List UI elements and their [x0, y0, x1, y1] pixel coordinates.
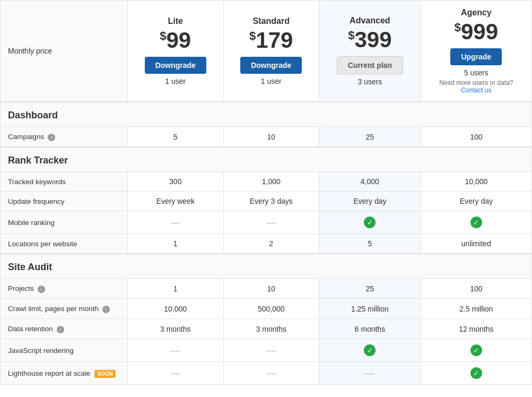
projects-lite: 1	[128, 279, 224, 299]
tracked-keywords-standard: 1,000	[223, 172, 319, 192]
js-rendering-standard: —	[223, 339, 319, 362]
agency-plan-name: Agency	[429, 8, 524, 18]
update-frequency-agency: Every day	[421, 192, 531, 211]
lighthouse-lite: —	[128, 362, 224, 385]
tracked-keywords-agency: 10,000	[421, 172, 531, 192]
crawl-limit-standard: 500,000	[223, 299, 319, 319]
update-frequency-advanced: Every day	[319, 192, 421, 211]
standard-action-button[interactable]: Downgrade	[240, 57, 302, 74]
standard-users: 1 user	[231, 77, 312, 85]
lighthouse-agency: ✓	[421, 362, 531, 385]
js-rendering-lite: —	[128, 339, 224, 362]
site-audit-section-header: Site Audit	[1, 254, 532, 279]
plan-lite-header: Lite $99 Downgrade 1 user	[128, 1, 224, 102]
agency-action-button[interactable]: Upgrade	[450, 48, 502, 65]
check-icon: ✓	[470, 367, 482, 379]
check-icon: ✓	[364, 344, 376, 356]
advanced-users: 3 users	[327, 77, 413, 86]
advanced-plan-price: $399	[327, 28, 413, 52]
data-retention-standard: 3 months	[223, 319, 319, 339]
dashboard-section-header: Dashboard	[1, 102, 532, 127]
js-rendering-advanced: ✓	[319, 339, 421, 362]
crawl-limit-advanced: 1.25 million	[319, 299, 421, 319]
mobile-ranking-advanced: ✓	[319, 211, 421, 234]
data-retention-info-icon[interactable]: i	[57, 326, 64, 333]
agency-users: 5 users	[429, 68, 524, 77]
plan-standard-header: Standard $179 Downgrade 1 user	[223, 1, 319, 102]
data-retention-lite: 3 months	[128, 319, 224, 339]
locations-standard: 2	[223, 234, 319, 254]
projects-label: Projects i	[1, 279, 128, 299]
crawl-limit-label: Crawl limit, pages per month i	[1, 299, 128, 319]
locations-agency: unlimited	[421, 234, 531, 254]
data-retention-label: Data retention i	[1, 319, 128, 339]
mobile-ranking-standard: —	[223, 211, 319, 234]
campaigns-lite: 5	[128, 127, 224, 148]
campaigns-info-icon[interactable]: i	[48, 134, 55, 141]
advanced-action-button[interactable]: Current plan	[337, 56, 403, 74]
lite-plan-price: $99	[135, 28, 216, 53]
js-rendering-agency: ✓	[421, 339, 531, 362]
agency-plan-price: $999	[429, 20, 524, 44]
tracked-keywords-label: Tracked keywords	[1, 172, 128, 192]
data-retention-agency: 12 months	[421, 319, 531, 339]
lite-plan-name: Lite	[135, 16, 216, 26]
crawl-limit-info-icon[interactable]: i	[102, 306, 110, 313]
crawl-limit-lite: 10,000	[128, 299, 224, 319]
projects-advanced: 25	[319, 279, 421, 299]
crawl-limit-agency: 2.5 million	[421, 299, 531, 319]
projects-standard: 10	[223, 279, 319, 299]
js-rendering-label: JavaScript rendering	[1, 339, 128, 362]
agency-extra-text: Need more users or data? Contact us	[429, 79, 524, 94]
lighthouse-advanced: —	[319, 362, 421, 385]
campaigns-label: Campaigns i	[1, 127, 128, 148]
data-retention-advanced: 6 months	[319, 319, 421, 339]
lite-action-button[interactable]: Downgrade	[145, 57, 206, 74]
update-frequency-lite: Every week	[128, 192, 224, 211]
rank-tracker-section-header: Rank Tracker	[1, 147, 532, 172]
mobile-ranking-label: Mobile ranking	[1, 211, 128, 234]
update-frequency-label: Update frequency	[1, 192, 128, 211]
standard-plan-price: $179	[231, 28, 312, 53]
check-icon: ✓	[470, 217, 482, 228]
locations-lite: 1	[128, 234, 224, 254]
standard-plan-name: Standard	[231, 16, 312, 26]
check-icon: ✓	[364, 217, 376, 228]
projects-info-icon[interactable]: i	[38, 286, 45, 293]
mobile-ranking-agency: ✓	[421, 211, 531, 234]
mobile-ranking-lite: —	[128, 211, 224, 234]
tracked-keywords-advanced: 4,000	[319, 172, 421, 192]
check-icon: ✓	[470, 344, 482, 356]
projects-agency: 100	[421, 279, 531, 299]
contact-us-link[interactable]: Contact us	[461, 87, 491, 94]
campaigns-advanced: 25	[319, 127, 421, 148]
plan-agency-header: Agency $999 Upgrade 5 users Need more us…	[421, 1, 531, 102]
lite-users: 1 user	[135, 77, 216, 85]
locations-label: Locations per website	[1, 234, 128, 254]
soon-badge: SOON	[94, 370, 115, 378]
locations-advanced: 5	[319, 234, 421, 254]
monthly-price-label: Monthly price	[1, 1, 128, 102]
plan-advanced-header: Advanced $399 Current plan 3 users	[319, 1, 421, 102]
advanced-plan-name: Advanced	[327, 16, 413, 25]
campaigns-agency: 100	[421, 127, 531, 148]
lighthouse-label: Lighthouse report at scale SOON	[1, 362, 128, 385]
campaigns-standard: 10	[223, 127, 319, 148]
tracked-keywords-lite: 300	[128, 172, 224, 192]
lighthouse-standard: —	[223, 362, 319, 385]
update-frequency-standard: Every 3 days	[223, 192, 319, 211]
